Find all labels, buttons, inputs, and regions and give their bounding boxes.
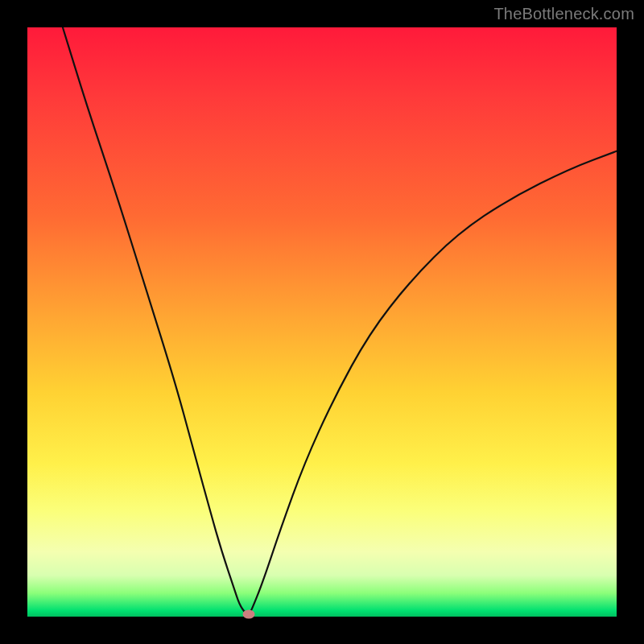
curve-path: [63, 27, 617, 615]
bottleneck-curve: [27, 27, 617, 617]
watermark-label: TheBottleneck.com: [493, 5, 634, 23]
chart-frame: TheBottleneck.com: [0, 0, 644, 644]
optimal-point-marker: [242, 610, 254, 619]
plot-area: [27, 27, 617, 617]
